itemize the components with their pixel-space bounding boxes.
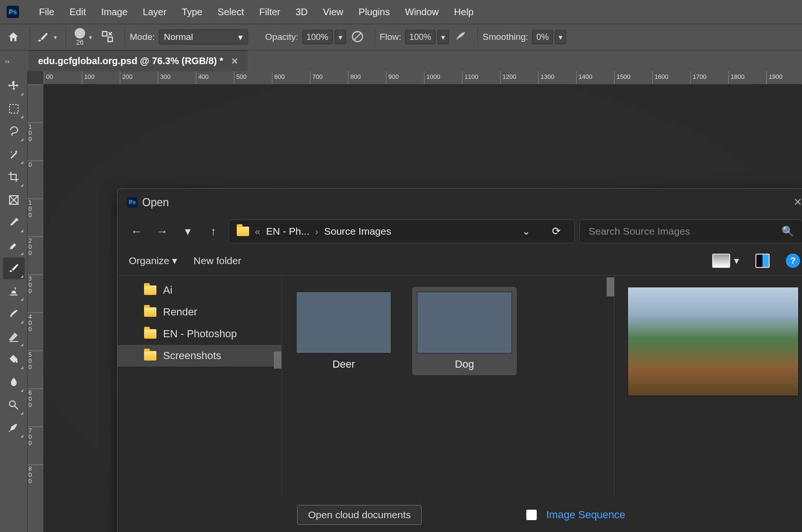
breadcrumb-sep: › [315,226,319,237]
brush-panel-toggle-icon[interactable] [101,30,115,44]
breadcrumb-parent[interactable]: EN - Ph... [266,226,309,237]
chevron-down-icon[interactable]: ▾ [89,34,92,41]
pen-tool[interactable] [3,417,25,439]
menu-image[interactable]: Image [94,7,135,18]
tree-item-label: Screenshots [163,350,221,362]
opacity-label: Opacity: [265,32,299,42]
clone-stamp-tool[interactable] [3,280,25,302]
menu-type[interactable]: Type [174,7,210,18]
ruler-tick: 700 [28,427,43,465]
close-tab-icon[interactable]: ✕ [231,56,238,66]
expand-panels-icon[interactable]: ›› [0,50,29,71]
file-item[interactable]: Dog [412,287,517,375]
ruler-tick: 400 [28,313,43,351]
new-folder-button[interactable]: New folder [193,255,241,266]
menu-3d[interactable]: 3D [288,7,316,18]
ruler-tick: 100 [28,123,43,161]
chevron-down-icon[interactable]: ▾ [335,30,346,44]
nav-up-icon[interactable]: ↑ [203,221,224,242]
ruler-tick: 00 [44,71,82,84]
search-input[interactable]: Search Source Images 🔍 [580,219,802,243]
paint-bucket-tool[interactable] [3,349,25,370]
menu-bar: Ps File Edit Image Layer Type Select Fil… [0,0,802,24]
image-sequence-label[interactable]: Image Sequence [546,509,625,521]
tool-preset-icon[interactable] [35,31,50,43]
scrollbar-thumb[interactable] [274,352,281,369]
menu-select[interactable]: Select [210,7,252,18]
dialog-title: Open [142,196,169,209]
menu-window[interactable]: Window [397,7,446,18]
menu-file[interactable]: File [31,7,62,18]
lasso-tool[interactable] [3,121,25,142]
scrollbar-thumb[interactable] [607,277,614,296]
ruler-tick: 100 [82,71,120,84]
close-icon[interactable]: ✕ [793,196,802,209]
file-item[interactable]: Deer [291,287,396,375]
nav-back-icon[interactable]: ← [126,221,147,242]
canvas-stage: 0010020030040050060070080090010001100120… [28,71,802,532]
flow-label: Flow: [380,32,401,42]
ruler-vertical[interactable]: 1000100200300400500600700800 [28,85,44,532]
menu-edit[interactable]: Edit [62,7,93,18]
magic-wand-tool[interactable] [3,143,25,165]
ruler-tick: 300 [158,71,196,84]
open-cloud-button[interactable]: Open cloud documents [297,505,422,525]
crop-tool[interactable] [3,166,25,188]
history-brush-tool[interactable] [3,303,25,325]
tree-item[interactable]: Render [117,301,281,323]
ruler-tick: 100 [28,199,43,237]
menu-plugins[interactable]: Plugins [351,7,397,18]
menu-view[interactable]: View [315,7,351,18]
menu-layer[interactable]: Layer [135,7,174,18]
chevron-down-icon[interactable]: ▾ [54,34,57,41]
help-button[interactable]: ? [786,254,800,268]
ruler-tick: 800 [28,465,43,503]
healing-brush-tool[interactable] [3,235,25,256]
brush-dot-icon [75,28,85,38]
tree-item[interactable]: Screenshots [117,345,281,367]
document-tab[interactable]: edu.gcfglobal.org.psd @ 76.3% (RGB/8) * … [29,50,248,71]
folder-icon [144,285,156,295]
opacity-input[interactable]: 100% [302,30,333,44]
organize-button[interactable]: Organize ▾ [129,255,177,266]
chevron-down-icon[interactable]: ▾ [437,30,449,44]
dodge-tool[interactable] [3,394,25,416]
dialog-titlebar[interactable]: Ps Open ✕ [117,189,802,216]
preview-pane-button[interactable] [755,254,770,268]
nav-recent-icon[interactable]: ▾ [177,221,198,242]
chevron-down-icon[interactable]: ⌄ [522,226,531,237]
view-mode-button[interactable]: ▾ [712,254,739,268]
nav-forward-icon[interactable]: → [152,221,173,242]
menu-filter[interactable]: Filter [251,7,288,18]
move-tool[interactable] [3,75,25,97]
pressure-opacity-icon[interactable] [351,30,365,44]
eraser-tool[interactable] [3,326,25,348]
flow-input[interactable]: 100% [405,30,435,44]
menu-help[interactable]: Help [446,7,481,18]
home-button[interactable] [2,28,25,47]
document-tab-title: edu.gcfglobal.org.psd @ 76.3% (RGB/8) * [38,56,223,66]
thumbnail-image [296,292,391,353]
tree-item[interactable]: EN - Photoshop [117,323,281,345]
tree-item[interactable]: Ai [117,279,281,301]
marquee-tool[interactable] [3,98,25,120]
smoothing-input[interactable]: 0% [532,30,553,44]
ruler-tick: 1300 [538,71,576,84]
frame-tool[interactable] [3,189,25,211]
airbrush-icon[interactable] [454,30,468,44]
ruler-tick: 1600 [652,71,690,84]
ruler-horizontal[interactable]: 0010020030040050060070080090010001100120… [44,71,802,85]
refresh-icon[interactable]: ⟳ [546,225,567,238]
brush-size-picker[interactable]: 26 [75,28,85,46]
blend-mode-dropdown[interactable]: Normal ▾ [159,29,248,45]
dialog-mid-row: Open cloud documents Image Sequence [117,498,802,532]
brush-tool[interactable] [3,257,25,279]
eyedropper-tool[interactable] [3,212,25,234]
ruler-tick: 1100 [462,71,500,84]
image-sequence-checkbox[interactable] [526,510,537,520]
breadcrumb[interactable]: « EN - Ph... › Source Images ⌄ ⟳ [229,219,575,243]
smudge-tool[interactable] [3,371,25,393]
chevron-down-icon[interactable]: ▾ [555,30,566,44]
breadcrumb-current[interactable]: Source Images [324,226,391,237]
preview-pane [615,276,802,498]
